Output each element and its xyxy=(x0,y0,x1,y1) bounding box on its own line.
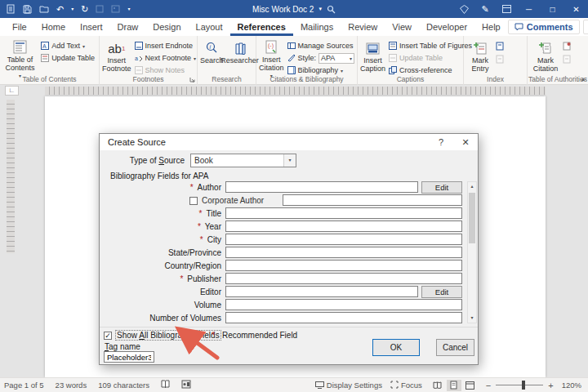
insert-footnote-button[interactable]: ab1 Insert Footnote xyxy=(102,38,131,75)
author-input[interactable] xyxy=(225,181,418,193)
mark-citation-button[interactable]: Mark Citation xyxy=(530,38,561,75)
insert-table-of-figures-button[interactable]: Insert Table of Figures xyxy=(387,40,474,51)
cross-reference-icon xyxy=(389,66,397,74)
web-layout-icon[interactable] xyxy=(463,380,478,391)
search-icon[interactable] xyxy=(327,5,336,14)
vertical-ruler[interactable] xyxy=(7,100,15,253)
state-province-input[interactable] xyxy=(225,247,462,258)
tab-review[interactable]: Review xyxy=(341,18,385,36)
word-count[interactable]: 23 words xyxy=(56,381,87,390)
character-count[interactable]: 109 characters xyxy=(98,381,149,390)
comments-button[interactable]: Comments xyxy=(508,20,580,34)
dialog-help-icon[interactable]: ? xyxy=(429,137,453,147)
style-dropdown[interactable]: APA▾ xyxy=(318,53,354,64)
cancel-button[interactable]: Cancel xyxy=(436,339,474,356)
zoom-track[interactable] xyxy=(496,385,543,385)
corporate-author-checkbox[interactable] xyxy=(189,197,198,205)
focus-button[interactable]: Focus xyxy=(390,381,422,390)
tab-insert[interactable]: Insert xyxy=(73,18,110,36)
scroll-thumb[interactable] xyxy=(469,193,475,243)
bibliography-button[interactable]: Bibliography▾ xyxy=(286,65,357,76)
collapse-ribbon-icon[interactable]: ▴ xyxy=(581,75,585,82)
page-indicator[interactable]: Page 1 of 5 xyxy=(4,381,44,390)
publisher-input[interactable] xyxy=(225,273,462,284)
macro-recording-icon[interactable] xyxy=(181,380,191,390)
manage-sources-button[interactable]: Manage Sources xyxy=(286,40,357,51)
city-input[interactable] xyxy=(225,234,462,245)
tab-selector[interactable]: ∟ xyxy=(5,86,19,96)
zoom-thumb[interactable] xyxy=(522,381,525,390)
type-of-source-dropdown[interactable]: Book ▾ xyxy=(190,154,296,167)
minimize-button[interactable]: ─ xyxy=(517,0,541,18)
title-dropdown-icon[interactable]: ▾ xyxy=(318,6,322,12)
table-of-contents-button[interactable]: Table of Contents ▾ xyxy=(2,38,38,75)
number-of-volumes-input[interactable] xyxy=(225,312,462,323)
dialog-scrollbar[interactable]: ▴ ▾ xyxy=(467,181,477,323)
customize-qat-icon[interactable]: ▾ xyxy=(127,0,130,18)
author-edit-button[interactable]: Edit xyxy=(421,181,462,194)
insert-caption-button[interactable]: Insert Caption xyxy=(360,38,385,75)
designer-icon[interactable] xyxy=(453,0,474,18)
tab-view[interactable]: View xyxy=(385,18,419,36)
zoom-in-icon[interactable]: + xyxy=(548,381,553,390)
scroll-up-icon[interactable]: ▴ xyxy=(468,182,476,191)
read-mode-icon[interactable] xyxy=(430,380,445,391)
researcher-button[interactable]: Researcher xyxy=(225,38,255,75)
horizontal-ruler[interactable] xyxy=(45,87,546,95)
tab-design[interactable]: Design xyxy=(145,18,188,36)
display-settings-button[interactable]: Display Settings xyxy=(315,381,382,390)
tab-home[interactable]: Home xyxy=(34,18,73,36)
undo-icon[interactable]: ↶ xyxy=(56,0,64,18)
type-of-source-row: Type of Source Book ▾ xyxy=(100,154,478,168)
zoom-level[interactable]: 120% xyxy=(562,381,581,390)
insert-citation-button[interactable]: (-) Insert Citation ▾ xyxy=(259,38,284,75)
search-button[interactable]: i Search xyxy=(200,38,224,75)
save-icon[interactable] xyxy=(23,5,32,14)
corporate-author-input[interactable] xyxy=(283,194,462,206)
insert-caption-icon xyxy=(366,40,380,55)
country-region-input[interactable] xyxy=(225,260,462,271)
insert-endnote-button[interactable]: Insert Endnote xyxy=(133,40,198,51)
maximize-button[interactable]: □ xyxy=(541,0,564,18)
open-icon[interactable] xyxy=(39,5,49,13)
close-button[interactable]: ✕ xyxy=(564,0,588,18)
next-footnote-button[interactable]: aNext Footnote▾ xyxy=(133,52,198,64)
footnotes-dialog-launcher-icon[interactable] xyxy=(189,77,195,84)
pen-icon[interactable]: ✎ xyxy=(474,0,496,18)
update-table-button[interactable]: Update Table xyxy=(39,52,96,64)
show-all-checkbox-box[interactable]: ✓ xyxy=(104,332,112,340)
mark-entry-button[interactable]: Mark Entry xyxy=(466,38,494,75)
tab-references[interactable]: References xyxy=(230,18,293,36)
editing-button[interactable]: ✎Editing▾ xyxy=(583,20,588,34)
undo-dropdown-icon[interactable]: ▾ xyxy=(71,0,74,18)
insert-toa-icon[interactable] xyxy=(563,42,572,52)
tab-help[interactable]: Help xyxy=(474,18,508,36)
editor-input[interactable] xyxy=(225,286,418,297)
year-input[interactable] xyxy=(225,220,462,232)
year-label: Year xyxy=(205,222,221,231)
tab-layout[interactable]: Layout xyxy=(189,18,230,36)
ribbon-display-options-icon[interactable] xyxy=(496,0,517,18)
editor-edit-button[interactable]: Edit xyxy=(421,286,462,298)
tab-mailings[interactable]: Mailings xyxy=(293,18,341,36)
tab-draw[interactable]: Draw xyxy=(110,18,146,36)
proofing-icon[interactable] xyxy=(161,380,170,391)
volume-input[interactable] xyxy=(225,299,462,310)
field-row-corporate-author: Corporate Author xyxy=(100,194,465,207)
zoom-out-icon[interactable]: − xyxy=(486,381,491,390)
add-text-button[interactable]: AAdd Text▾ xyxy=(39,40,96,51)
type-dropdown-chevron-icon[interactable]: ▾ xyxy=(283,154,296,167)
ok-button[interactable]: OK xyxy=(372,339,420,356)
tag-name-input[interactable] xyxy=(104,351,154,363)
redo-icon[interactable]: ↻ xyxy=(81,0,88,18)
tab-file[interactable]: File xyxy=(5,18,34,36)
insert-index-icon[interactable] xyxy=(496,42,505,52)
title-input[interactable] xyxy=(225,207,462,219)
cross-reference-button[interactable]: Cross-reference xyxy=(387,65,474,76)
dialog-close-icon[interactable]: ✕ xyxy=(453,137,478,148)
tab-developer[interactable]: Developer xyxy=(419,18,474,36)
annotation-arrow xyxy=(172,325,229,363)
insert-citation-icon: (-) xyxy=(265,40,278,54)
print-layout-icon[interactable] xyxy=(447,380,461,391)
scroll-down-icon[interactable]: ▾ xyxy=(468,314,476,323)
